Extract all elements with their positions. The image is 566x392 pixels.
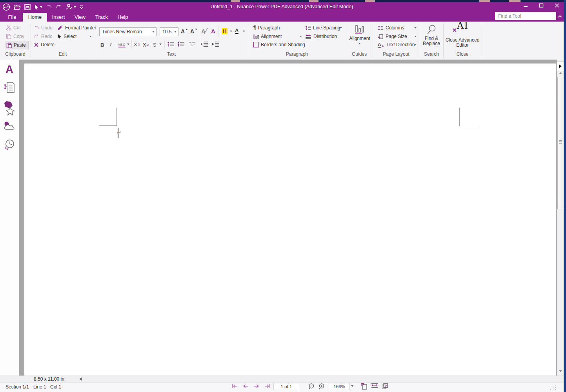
- page-size-dropdown-icon[interactable]: [414, 36, 417, 37]
- zoom-out-button[interactable]: [308, 383, 315, 390]
- columns-button[interactable]: Columns: [378, 24, 404, 31]
- delete-button[interactable]: Delete: [34, 41, 55, 48]
- text-direction-button[interactable]: A Text Direction: [378, 41, 415, 48]
- text-tool-glyph: A: [5, 64, 13, 76]
- horizontal-scrollbar[interactable]: [0, 376, 564, 382]
- sidebar-shapes-tool[interactable]: [3, 100, 16, 116]
- format-painter-button[interactable]: Format Painter: [57, 24, 96, 31]
- tab-track[interactable]: Track: [92, 13, 111, 22]
- guides-alignment-button[interactable]: Alignment: [348, 24, 372, 44]
- close-button[interactable]: [555, 3, 559, 8]
- next-page-button[interactable]: [253, 384, 259, 388]
- close-advanced-editor-button[interactable]: AI × Close Advanced Editor: [445, 23, 480, 48]
- find-a-tool-input[interactable]: [495, 13, 561, 19]
- grow-font-button[interactable]: A: [181, 28, 188, 35]
- desktop-edge-right: [564, 0, 566, 392]
- font-name-value: Times New Roman: [100, 29, 151, 34]
- tab-insert[interactable]: Insert: [49, 13, 68, 22]
- clear-formatting-button[interactable]: A: [201, 27, 208, 34]
- strikethrough-dropdown-icon[interactable]: [159, 44, 162, 45]
- shapes-icon: [3, 100, 16, 116]
- zoom-in-button[interactable]: [318, 383, 326, 390]
- page-size-button[interactable]: Page Size: [378, 33, 407, 40]
- guides-group-label: Guides: [346, 51, 373, 57]
- subscript-button[interactable]: X 2: [143, 41, 149, 48]
- highlight-dropdown-icon[interactable]: [230, 31, 232, 32]
- numbered-list-icon[interactable]: [178, 42, 185, 47]
- columns-dropdown-icon[interactable]: [414, 27, 417, 29]
- collapse-ribbon-icon[interactable]: [558, 15, 562, 18]
- scroll-up-arrow[interactable]: [559, 72, 562, 74]
- first-page-button[interactable]: [231, 384, 238, 388]
- highlight-button[interactable]: H: [222, 27, 227, 34]
- fit-width-button[interactable]: [371, 383, 378, 390]
- scroll-down-arrow[interactable]: [559, 370, 562, 372]
- resize-grip[interactable]: [550, 385, 557, 390]
- tab-view[interactable]: View: [71, 13, 89, 22]
- find-replace-button[interactable]: Find & Replace: [420, 24, 442, 46]
- alignment-button[interactable]: Alignment: [253, 33, 282, 40]
- minimize-button[interactable]: [523, 3, 528, 8]
- multilevel-list-icon[interactable]: [189, 42, 196, 47]
- panel-toggle-button[interactable]: [557, 61, 564, 71]
- sidebar-document-structure[interactable]: [3, 81, 16, 94]
- clear-formatting-glyph: A: [201, 28, 206, 34]
- sidebar-history-tool[interactable]: [3, 138, 16, 151]
- font-size-combo[interactable]: 10.5: [160, 27, 178, 36]
- zoom-level-box[interactable]: 166%: [329, 383, 350, 390]
- paragraph-button[interactable]: ¶ Paragraph: [253, 24, 280, 31]
- indent-icon[interactable]: [212, 42, 220, 47]
- sidebar-text-tool[interactable]: A: [3, 63, 16, 76]
- find-a-tool-box: [495, 12, 556, 20]
- sidebar-cloud-tool[interactable]: [3, 120, 16, 133]
- line-spacing-button[interactable]: Line Spacing: [305, 24, 340, 31]
- tab-home[interactable]: Home: [23, 13, 47, 22]
- scroll-left-arrow[interactable]: [80, 377, 82, 381]
- bold-button[interactable]: B: [100, 41, 104, 48]
- maximize-button[interactable]: [539, 3, 544, 8]
- clipboard-group-label: Clipboard: [0, 51, 31, 57]
- underline-button[interactable]: ABC: [118, 42, 126, 49]
- chevron-down-icon: [174, 31, 177, 33]
- tab-file[interactable]: File: [4, 13, 20, 22]
- desktop-artifact: [365, 0, 375, 2]
- line-spacing-dropdown-icon[interactable]: [340, 27, 342, 29]
- x-glyph: ×: [452, 27, 457, 33]
- italic-button[interactable]: I: [110, 41, 111, 48]
- fit-page-button[interactable]: [361, 383, 368, 390]
- superscript-button[interactable]: X 2: [134, 41, 140, 48]
- search-group-label: Search: [420, 51, 443, 57]
- page-indicator[interactable]: 1 of 1: [273, 383, 299, 390]
- font-color-button[interactable]: A: [235, 27, 238, 34]
- paste-icon: [6, 42, 12, 48]
- previous-page-button[interactable]: [243, 384, 249, 388]
- scissors-icon: [6, 25, 11, 31]
- borders-shading-button[interactable]: Borders and Shading: [253, 41, 305, 48]
- text-color-button[interactable]: A: [211, 27, 215, 34]
- last-page-button[interactable]: [264, 384, 271, 388]
- superscript-glyph: X: [134, 42, 137, 47]
- underline-dropdown-icon[interactable]: [127, 44, 129, 45]
- font-name-combo[interactable]: Times New Roman: [99, 27, 157, 36]
- text-direction-glyph: A: [378, 42, 381, 48]
- alignment-dropdown-icon[interactable]: [300, 36, 302, 37]
- columns-label: Columns: [386, 25, 404, 31]
- outdent-icon[interactable]: [200, 42, 208, 47]
- text-direction-dropdown-icon[interactable]: [414, 44, 417, 45]
- bullet-list-icon[interactable]: [167, 42, 175, 47]
- zoom-dropdown-icon[interactable]: [351, 385, 353, 387]
- new-window-button[interactable]: [381, 383, 388, 390]
- tab-help[interactable]: Help: [114, 13, 132, 22]
- font-color-dropdown-icon[interactable]: [243, 31, 245, 32]
- margin-corner-mark-left: [99, 108, 117, 126]
- select-label: Select: [64, 34, 76, 39]
- paste-label: Paste: [14, 42, 26, 48]
- strikethrough-button[interactable]: S: [153, 41, 157, 48]
- paste-button[interactable]: Paste: [5, 41, 29, 49]
- select-dropdown-icon[interactable]: [89, 36, 92, 37]
- distribution-button[interactable]: Distribution: [305, 33, 337, 40]
- select-button[interactable]: Select: [57, 33, 76, 40]
- close-editor-label-2: Editor: [456, 43, 468, 48]
- shrink-font-button[interactable]: A: [190, 28, 197, 35]
- pointer-icon: [57, 34, 62, 39]
